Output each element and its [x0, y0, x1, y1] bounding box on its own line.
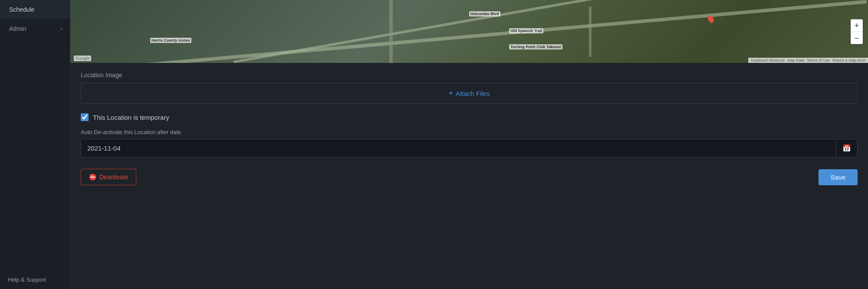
map-zoom-controls: + − [851, 19, 863, 44]
map-label: Holcombe Blvd [469, 11, 500, 16]
attach-plus-icon: + [449, 89, 454, 97]
form-area: Location Image + Attach Files This Locat… [70, 63, 868, 289]
sidebar-item-label: Schedule [9, 6, 34, 13]
save-button[interactable]: Save [819, 169, 858, 185]
temporary-location-row: This Location is temporary [81, 113, 858, 121]
google-watermark: Google [74, 56, 91, 61]
actions-row: ⛔ Deactivate Save [81, 169, 858, 185]
ban-icon: ⛔ [89, 174, 96, 181]
help-support-label: Help & Support [8, 276, 46, 283]
sidebar-help-support[interactable]: Help & Support [0, 270, 70, 289]
map-road [233, 0, 705, 63]
map-image: Holcombe Blvd Old Spanish Trail Harris C… [70, 0, 868, 63]
sidebar-item-schedule[interactable]: Schedule [0, 0, 70, 19]
map-footer: Keyboard shortcuts Map Data Terms of Use… [748, 58, 868, 63]
deactivate-button[interactable]: ⛔ Deactivate [81, 169, 136, 185]
main-content: Holcombe Blvd Old Spanish Trail Harris C… [70, 0, 868, 289]
map-label: Harris County Annex [150, 38, 191, 43]
map-zoom-in-button[interactable]: + [851, 19, 863, 31]
map-label: Turning Point Club Takeout [509, 44, 562, 49]
sidebar: Schedule Admin › Help & Support [0, 0, 70, 289]
map-label: Old Spanish Trail [509, 28, 544, 33]
keyboard-shortcuts-link[interactable]: Keyboard shortcuts [751, 58, 785, 62]
map-road [72, 0, 867, 63]
date-field-label: Auto De-activate this Location after dat… [81, 129, 858, 135]
date-input[interactable] [81, 139, 836, 157]
temporary-location-label: This Location is temporary [93, 114, 169, 121]
map-area: Holcombe Blvd Old Spanish Trail Harris C… [70, 0, 868, 63]
sidebar-item-label: Admin [9, 25, 26, 32]
map-road [389, 0, 393, 63]
attach-files-button[interactable]: + Attach Files [81, 83, 858, 104]
chevron-right-icon: › [61, 26, 62, 31]
temporary-location-checkbox[interactable] [81, 113, 89, 121]
calendar-icon-button[interactable]: 📅 [836, 140, 857, 157]
map-data-link[interactable]: Map Data [787, 58, 804, 62]
date-input-wrapper: 📅 [81, 139, 858, 158]
map-road [589, 7, 592, 57]
calendar-icon: 📅 [842, 144, 851, 152]
attach-files-label: Attach Files [456, 90, 490, 97]
map-zoom-out-button[interactable]: − [851, 32, 863, 44]
report-map-error-link[interactable]: Report a map error [832, 58, 865, 62]
terms-of-use-link[interactable]: Terms of Use [807, 58, 830, 62]
location-image-label: Location Image [81, 72, 858, 79]
save-label: Save [831, 174, 845, 181]
sidebar-item-admin[interactable]: Admin › [0, 19, 70, 38]
deactivate-label: Deactivate [99, 174, 128, 181]
